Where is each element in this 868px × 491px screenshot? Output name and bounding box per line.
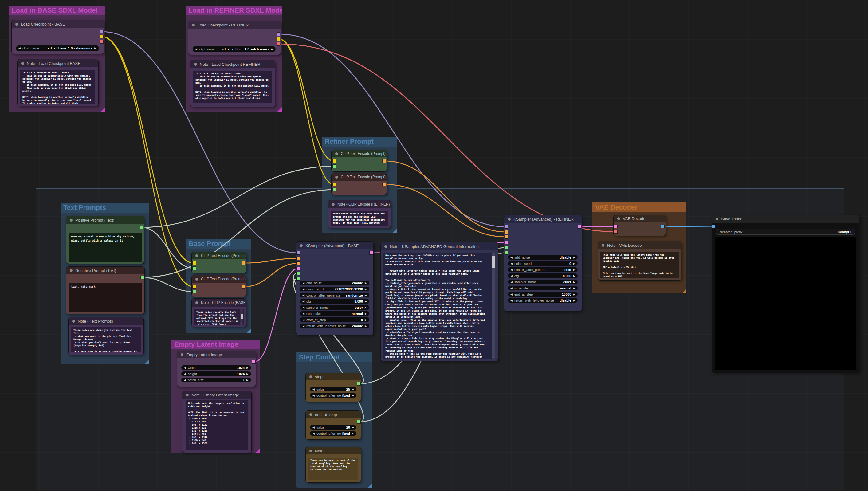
decrement-arrow-icon[interactable]: ◀ [184, 366, 186, 369]
decrement-arrow-icon[interactable]: ◀ [313, 432, 315, 435]
add-noise-widget[interactable]: ◀add_noiseenable▶ [300, 281, 369, 285]
group-title[interactable]: Load in REFINER SDXL Model [185, 5, 282, 16]
decrement-arrow-icon[interactable]: ◀ [313, 388, 315, 391]
collapse-dot-icon[interactable] [195, 301, 198, 304]
decrement-arrow-icon[interactable]: ◀ [184, 372, 186, 375]
input-port-vae[interactable] [614, 230, 617, 233]
collapse-dot-icon[interactable] [300, 244, 302, 247]
decrement-arrow-icon[interactable]: ◀ [302, 282, 305, 285]
node-note-text-prompts[interactable]: Note - Text Prompts These nodes are wher… [68, 317, 144, 355]
note-text[interactable]: These nodes receive the text from the pr… [330, 211, 388, 226]
increment-arrow-icon[interactable]: ▶ [573, 268, 575, 271]
node-note-empty-latent[interactable]: Note - Empty Latent Image This node sets… [182, 391, 251, 453]
increment-arrow-icon[interactable]: ▶ [365, 324, 367, 327]
control-after-generate-widget[interactable]: ◀control_after_genefixed▶ [310, 431, 356, 436]
add-noise-widget[interactable]: ◀add_noisedisable▶ [508, 255, 578, 260]
input-port-latent-image[interactable] [505, 241, 508, 244]
increment-arrow-icon[interactable]: ▶ [573, 256, 575, 259]
return-with-leftover-noise-widget[interactable]: ◀return_with_leftover_noiseenable▶ [300, 323, 369, 328]
increment-arrow-icon[interactable]: ▶ [573, 299, 575, 302]
increment-arrow-icon[interactable]: ▶ [573, 275, 575, 278]
output-port-text[interactable] [141, 276, 144, 279]
node-ksampler-advanced-refiner[interactable]: KSampler (Advanced) - REFINER ◀add_noise… [504, 215, 582, 311]
collapse-dot-icon[interactable] [194, 63, 197, 66]
output-port-vae[interactable] [277, 42, 280, 46]
output-port-latent[interactable] [252, 360, 255, 364]
node-note-clip-encode-base[interactable]: Note - CLIP Encode (BASE) These nodes re… [192, 299, 246, 327]
increment-arrow-icon[interactable]: ▶ [365, 288, 367, 291]
input-port-samples[interactable] [614, 225, 617, 228]
scrollbar-thumb[interactable] [240, 314, 243, 319]
sampler-name-widget[interactable]: ◀sampler_nameeuler▶ [508, 280, 578, 284]
collapse-dot-icon[interactable] [335, 176, 338, 178]
node-graph-canvas[interactable]: Load in BASE SDXL Model Load in REFINER … [0, 0, 868, 491]
group-title[interactable]: Refiner Prompt [322, 137, 397, 147]
increment-arrow-icon[interactable]: ▶ [365, 318, 367, 321]
collapse-dot-icon[interactable] [192, 24, 195, 26]
node-note-load-checkpoint-base[interactable]: Note - Load Checkpoint BASE This is a ch… [18, 59, 98, 106]
scheduler-widget[interactable]: ◀schedulernormal▶ [300, 311, 369, 316]
output-port-text[interactable] [140, 226, 143, 229]
node-clip-encode-base-negative[interactable]: CLIP Text Encode (Prompt) [192, 275, 246, 296]
group-title[interactable]: VAE Decoder [592, 202, 686, 212]
decrement-arrow-icon[interactable]: ◀ [19, 47, 21, 50]
input-port-clip[interactable] [333, 183, 336, 186]
noise-seed-widget[interactable]: ◀noise_seed721897303308196▶ [300, 287, 369, 291]
node-vae-decode[interactable]: VAE Decode [614, 215, 666, 236]
positive-prompt-textarea[interactable]: evening sunset scenery blue sky nature, … [69, 233, 142, 262]
input-port-text[interactable] [333, 188, 336, 191]
increment-arrow-icon[interactable]: ▶ [573, 287, 575, 290]
input-port-positive[interactable] [505, 230, 508, 233]
input-port-steps[interactable] [296, 272, 299, 275]
note-text[interactable]: This node sets the image's resolution in… [185, 400, 248, 450]
decrement-arrow-icon[interactable]: ◀ [302, 300, 305, 303]
cfg-widget[interactable]: ◀cfg8.000▶ [300, 299, 369, 304]
collapse-dot-icon[interactable] [602, 244, 604, 247]
increment-arrow-icon[interactable]: ▶ [247, 366, 249, 369]
input-port-clip[interactable] [333, 160, 336, 163]
collapse-dot-icon[interactable] [716, 218, 718, 220]
decrement-arrow-icon[interactable]: ◀ [510, 299, 513, 302]
collapse-dot-icon[interactable] [335, 152, 338, 155]
node-note-step-control[interactable]: Note These can be used to control the to… [306, 447, 361, 482]
input-port-positive[interactable] [296, 257, 299, 260]
decrement-arrow-icon[interactable]: ◀ [510, 281, 513, 284]
collapse-dot-icon[interactable] [332, 203, 335, 206]
output-port-latent[interactable] [370, 251, 373, 254]
collapse-dot-icon[interactable] [70, 219, 73, 222]
decrement-arrow-icon[interactable]: ◀ [302, 312, 305, 315]
note-text[interactable]: This node will take the latent data from… [600, 252, 679, 278]
increment-arrow-icon[interactable]: ▶ [94, 47, 96, 50]
note-text[interactable]: This is a checkpoint model loader. - Thi… [193, 71, 272, 103]
decrement-arrow-icon[interactable]: ◀ [510, 268, 513, 271]
collapse-dot-icon[interactable] [70, 269, 73, 272]
decrement-arrow-icon[interactable]: ◀ [302, 288, 305, 291]
increment-arrow-icon[interactable]: ▶ [247, 379, 249, 382]
node-positive-prompt[interactable]: Positive Prompt (Text) evening sunset sc… [66, 216, 144, 264]
note-text[interactable]: These can be used to control the total s… [308, 458, 358, 480]
collapse-dot-icon[interactable] [384, 245, 387, 248]
decrement-arrow-icon[interactable]: ◀ [184, 379, 186, 382]
decrement-arrow-icon[interactable]: ◀ [510, 256, 513, 259]
scrollbar-thumb[interactable] [492, 256, 495, 268]
input-port-model[interactable] [296, 251, 299, 254]
input-port-clip[interactable] [193, 285, 196, 288]
cfg-widget[interactable]: ◀cfg8.000▶ [508, 273, 578, 278]
collapse-dot-icon[interactable] [72, 320, 75, 323]
increment-arrow-icon[interactable]: ▶ [573, 281, 575, 284]
input-port-images[interactable] [712, 225, 715, 228]
collapse-dot-icon[interactable] [21, 62, 24, 65]
decrement-arrow-icon[interactable]: ◀ [510, 287, 513, 290]
scroll-down-icon[interactable]: ▼ [240, 323, 243, 325]
increment-arrow-icon[interactable]: ▶ [365, 306, 367, 309]
group-title[interactable]: Empty Latent Image [171, 340, 260, 349]
output-port-conditioning[interactable] [382, 160, 385, 163]
output-port-clip[interactable] [277, 37, 280, 40]
collapse-dot-icon[interactable] [310, 450, 312, 452]
collapse-dot-icon[interactable] [16, 23, 18, 26]
width-widget[interactable]: ◀ width 1024 ▶ [181, 365, 251, 370]
increment-arrow-icon[interactable]: ▶ [365, 294, 367, 297]
negative-prompt-textarea[interactable]: text, watermark [69, 283, 142, 312]
decrement-arrow-icon[interactable]: ◀ [510, 293, 513, 296]
increment-arrow-icon[interactable]: ▶ [573, 262, 575, 265]
